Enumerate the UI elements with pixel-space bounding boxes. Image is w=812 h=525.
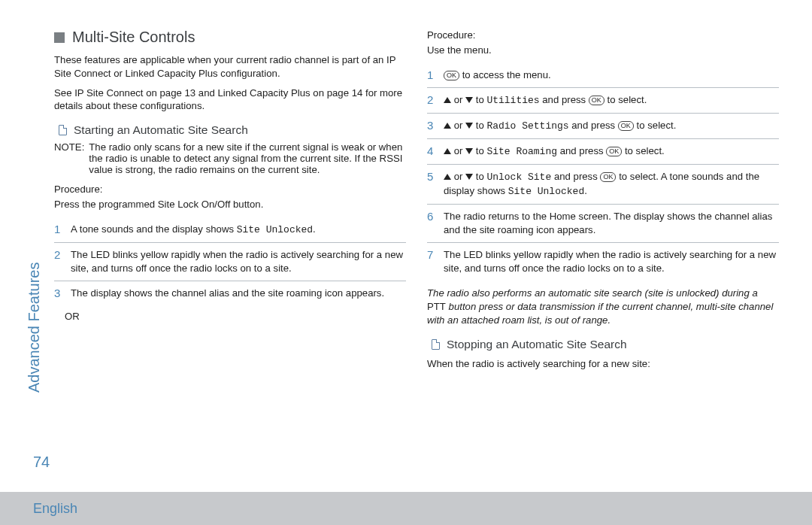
ok-key-icon: OK (444, 71, 459, 80)
section-title: Multi-Site Controls (72, 29, 195, 46)
italic-pre: The radio also performs an automatic sit… (427, 287, 758, 299)
step-text: to access the menu. (459, 69, 551, 80)
left-column: Multi-Site Controls These features are a… (54, 29, 406, 465)
ok-key-icon: OK (618, 121, 634, 131)
right-steps-list: OK to access the menu. or to Utilities a… (427, 63, 779, 281)
note-block: NOTE: The radio only scans for a new sit… (54, 141, 406, 175)
nav-press: and press (557, 145, 606, 156)
arrow-up-icon (444, 123, 451, 129)
nav-target: Radio Settings (486, 120, 568, 132)
procedure-label: Procedure: (427, 29, 779, 42)
section-heading-row: Multi-Site Controls (54, 29, 406, 46)
right-column: Procedure: Use the menu. OK to access th… (427, 29, 779, 465)
subsection-title: Starting an Automatic Site Search (74, 123, 248, 137)
intro-paragraph: These features are applicable when your … (54, 53, 406, 80)
or-word: or (451, 94, 465, 105)
arrow-down-icon (465, 174, 473, 180)
ptt-label: PTT (427, 301, 446, 312)
two-column-layout: Multi-Site Controls These features are a… (54, 29, 779, 465)
sub2-body: When the radio is actively searching for… (427, 357, 779, 371)
arrow-down-icon (465, 123, 473, 129)
sidebar-section-label: Advanced Features (26, 262, 43, 393)
subsection-row: Stopping an Automatic Site Search (432, 338, 779, 351)
list-item: The LED blinks yellow rapidly when the r… (427, 243, 779, 281)
mono-text: Site Unlocked (237, 224, 313, 235)
arrow-up-icon (444, 174, 451, 180)
nav-target: Utilities (486, 95, 539, 106)
step-text: The display shows the channel alias and … (71, 287, 384, 299)
page-number: 74 (33, 454, 50, 471)
mono-text: Site Unlocked (508, 186, 584, 197)
square-bullet-icon (54, 32, 65, 43)
italic-note: The radio also performs an automatic sit… (427, 287, 779, 326)
ok-key-icon: OK (606, 147, 622, 156)
nav-target: Unlock Site (486, 171, 551, 183)
nav-press: and press (569, 120, 618, 131)
document-icon (59, 125, 67, 135)
press-line: Press the programmed Site Lock On/Off bu… (54, 198, 406, 211)
page: Multi-Site Controls These features are a… (0, 0, 812, 525)
or-word: or (451, 145, 465, 156)
list-item: The radio returns to the Home screen. Th… (427, 205, 779, 243)
nav-press: and press (551, 171, 600, 182)
footer-bar: English (0, 492, 812, 525)
or-label: OR (65, 310, 406, 323)
nav-to: to (473, 145, 486, 156)
step-text: The LED blinks yellow rapidly when the r… (444, 249, 776, 274)
note-label: NOTE: (54, 141, 84, 175)
list-item: OK to access the menu. (427, 63, 779, 88)
step-text-tail: . (313, 223, 316, 235)
nav-to: to (473, 94, 486, 105)
italic-post: button press or data transmission if the… (427, 301, 773, 326)
arrow-down-icon (465, 97, 473, 103)
nav-to: to (473, 120, 486, 131)
nav-select: to select. (604, 94, 647, 105)
see-reference: See IP Site Connect on page 13 and Linke… (54, 86, 406, 114)
nav-tail-post: . (584, 185, 587, 196)
arrow-up-icon (444, 148, 451, 154)
list-item: A tone sounds and the display shows Site… (54, 217, 406, 243)
list-item: or to Site Roaming and press OK to selec… (427, 139, 779, 165)
left-steps-list: A tone sounds and the display shows Site… (54, 217, 406, 306)
list-item: The display shows the channel alias and … (54, 281, 406, 305)
nav-select: to select. (622, 145, 664, 156)
subsection-row: Starting an Automatic Site Search (59, 123, 406, 137)
list-item: or to Utilities and press OK to select. (427, 88, 779, 114)
document-icon (432, 339, 440, 350)
list-item: or to Radio Settings and press OK to sel… (427, 114, 779, 139)
arrow-down-icon (465, 148, 473, 154)
step-text: A tone sounds and the display shows (71, 223, 237, 235)
subsection-title: Stopping an Automatic Site Search (447, 338, 627, 351)
footer-language: English (33, 501, 77, 517)
nav-press: and press (540, 94, 589, 105)
list-item: The LED blinks yellow rapidly when the r… (54, 243, 406, 281)
use-menu: Use the menu. (427, 44, 779, 57)
or-word: or (451, 171, 465, 182)
nav-select: to select. (634, 120, 676, 131)
procedure-label: Procedure: (54, 183, 406, 196)
ok-key-icon: OK (600, 172, 616, 182)
ok-key-icon: OK (589, 96, 604, 105)
nav-target: Site Roaming (486, 146, 557, 157)
nav-to: to (473, 171, 486, 182)
arrow-up-icon (444, 97, 451, 103)
note-text: The radio only scans for a new site if t… (89, 141, 406, 175)
or-word: or (451, 120, 465, 131)
step-text: The radio returns to the Home screen. Th… (444, 211, 772, 235)
list-item: or to Unlock Site and press OK to select… (427, 165, 779, 205)
step-text: The LED blinks yellow rapidly when the r… (71, 249, 403, 274)
